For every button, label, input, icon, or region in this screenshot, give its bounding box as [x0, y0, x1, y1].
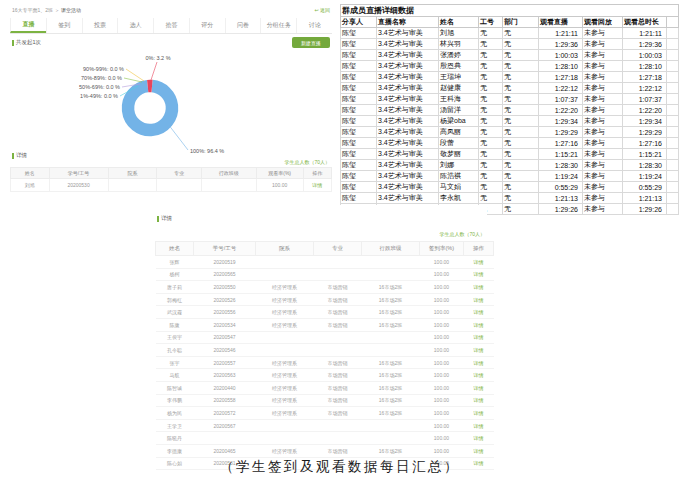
cell-name: 王科海 — [439, 94, 479, 105]
detail-link[interactable]: 详情 — [464, 394, 494, 407]
back-link[interactable]: ↩ 返回 — [314, 7, 330, 13]
detail-link[interactable]: 详情 — [464, 419, 494, 432]
detail-link[interactable]: 详情 — [464, 256, 494, 269]
cell-watch-replay: 未参与 — [583, 204, 623, 215]
detail-link[interactable]: 详情 — [464, 306, 494, 319]
table-row: 陈智诚 20200440 经济管理系 市场营销 16市场2班 100.00 详情 — [156, 381, 494, 394]
column-header: 部门 — [503, 17, 539, 28]
cell-dept: 无 — [503, 105, 539, 116]
cell-sharer: 陈玺 — [341, 182, 377, 193]
detail-table-header-row: 姓名学号/工号院系专业行政班级观看率(%)操作 — [11, 168, 332, 179]
course-activity-dashboard: 16大专平面1、2班 ＞ 课堂活动 ↩ 返回 直播 签到 投票 选人 抢答 评分… — [10, 6, 332, 198]
table-row: 武汉霞 20200556 经济管理系 市场营销 16市场2班 100.00 详情 — [156, 306, 494, 319]
cell-dept — [256, 331, 314, 344]
activity-tab[interactable]: 评分 — [189, 18, 225, 33]
activity-tab[interactable]: 抢答 — [153, 18, 189, 33]
breadcrumb-class-link[interactable]: 16大专平面1、2班 — [12, 7, 53, 13]
cell-staff-id: 无 — [479, 149, 503, 160]
detail-link[interactable]: 详情 — [464, 407, 494, 420]
cell-watch-total: 1:15:21 — [623, 149, 667, 160]
spreadsheet-row: 陈玺 3.4艺术与审美 李永凯 无 无 1:21:13 未参与 1:21:13 — [341, 193, 679, 204]
cell-empty — [667, 171, 679, 182]
cell-class: 16市场2班 — [362, 369, 420, 382]
new-live-button[interactable]: 新建直播 — [292, 37, 330, 48]
cell-student-id: 20200572 — [194, 407, 256, 420]
detail-section-label: 详情 — [16, 152, 27, 159]
activity-tab[interactable]: 直播 — [10, 18, 46, 33]
cell-rate: 100.00 — [420, 268, 464, 281]
cell-class: 16市场2班 — [362, 293, 420, 306]
detail-link[interactable]: 详情 — [303, 179, 332, 192]
detail-link[interactable]: 详情 — [464, 318, 494, 331]
cell-live-name: 3.4艺术与审美 — [377, 39, 439, 50]
cell-dept: 无 — [503, 72, 539, 83]
cell-watch-replay: 未参与 — [583, 61, 623, 72]
cell-class: 16市场2班 — [362, 444, 420, 457]
cell-live-name: 3.4艺术与审美 — [377, 50, 439, 61]
column-header: 行政班级 — [201, 168, 256, 179]
detail-link[interactable]: 详情 — [464, 268, 494, 281]
cell-student-id: 20200519 — [194, 256, 256, 269]
detail-link[interactable]: 详情 — [464, 369, 494, 382]
column-header: 姓名 — [156, 242, 194, 256]
cell-name: 刘旭 — [11, 179, 50, 192]
cell-watch-replay: 未参与 — [583, 28, 623, 39]
cell-sharer: 陈玺 — [341, 127, 377, 138]
detail-link[interactable]: 详情 — [464, 432, 494, 445]
cell-major: 市场营销 — [314, 394, 362, 407]
cell-class: 16市场2班 — [362, 407, 420, 420]
launch-count-section: 共发起1次 — [12, 39, 41, 46]
cell-watch-total: 1:29:34 — [623, 116, 667, 127]
cell-class: 16市场2班 — [362, 281, 420, 294]
donut-label-0pct: 0%: 3.2 % — [145, 55, 170, 61]
detail-link[interactable]: 详情 — [464, 344, 494, 357]
cell-sharer: 陈玺 — [341, 193, 377, 204]
cell-watch-live: 1:27:18 — [539, 72, 583, 83]
breadcrumb-separator: ＞ — [55, 7, 60, 13]
column-header: 院系 — [108, 168, 157, 179]
cell-staff-id: 无 — [479, 160, 503, 171]
detail-link[interactable]: 详情 — [464, 356, 494, 369]
cell-student-id: 20200563 — [194, 369, 256, 382]
cell-empty — [667, 182, 679, 193]
spreadsheet-row: 陈玺 3.4艺术与审美 高凤丽 无 无 1:29:29 未参与 1:29:29 — [341, 127, 679, 138]
cell-student-id — [194, 432, 256, 445]
cell-dept: 经济管理系 — [256, 369, 314, 382]
detail-link[interactable]: 详情 — [464, 293, 494, 306]
column-header: 观看总时长 — [623, 17, 667, 28]
detail-link[interactable]: 详情 — [464, 331, 494, 344]
activity-tab[interactable]: 分组任务 — [260, 18, 296, 33]
breadcrumb: 16大专平面1、2班 ＞ 课堂活动 — [12, 7, 81, 13]
activity-tab[interactable]: 投票 — [82, 18, 118, 33]
cell-name: 刘娜 — [439, 160, 479, 171]
cell-major — [314, 256, 362, 269]
activity-tab[interactable]: 讨论 — [296, 18, 332, 33]
activity-tab[interactable]: 签到 — [46, 18, 82, 33]
cell-name: 孔令聪 — [156, 344, 194, 357]
cell-watch-total: 1:27:18 — [623, 72, 667, 83]
cell-live-name: 3.4艺术与审美 — [377, 94, 439, 105]
table-row: 陈晓丹 100.00 详情 — [156, 432, 494, 445]
cell-staff-id: 无 — [479, 94, 503, 105]
activity-tab[interactable]: 选人 — [117, 18, 153, 33]
cell-rate: 100.00 — [420, 318, 464, 331]
cell-sharer: 陈玺 — [341, 39, 377, 50]
spreadsheet-title: 群成员直播详细数据 — [341, 5, 679, 17]
cell-watch-replay: 未参与 — [583, 138, 623, 149]
cell-watch-total: 1:29:26 — [623, 204, 667, 215]
cell-sharer: 陈玺 — [341, 50, 377, 61]
cell-sharer: 陈玺 — [341, 171, 377, 182]
cell-class: 16市场2班 — [362, 381, 420, 394]
activity-tab[interactable]: 问卷 — [225, 18, 261, 33]
detail-link[interactable]: 详情 — [464, 444, 494, 457]
cell-major: 市场营销 — [314, 293, 362, 306]
detail-section-header: 详情 — [12, 152, 27, 159]
column-header: 签到率(%) — [420, 242, 464, 256]
detail-link[interactable]: 详情 — [464, 381, 494, 394]
detail-link[interactable]: 详情 — [464, 281, 494, 294]
cell-watch-live: 1:29:29 — [539, 127, 583, 138]
spreadsheet-row: 陈玺 3.4艺术与审美 段蕾 无 无 1:27:16 未参与 1:27:16 — [341, 138, 679, 149]
column-header: 院系 — [256, 242, 314, 256]
column-header: 学号/工号 — [194, 242, 256, 256]
cell-watch-replay: 未参与 — [583, 171, 623, 182]
